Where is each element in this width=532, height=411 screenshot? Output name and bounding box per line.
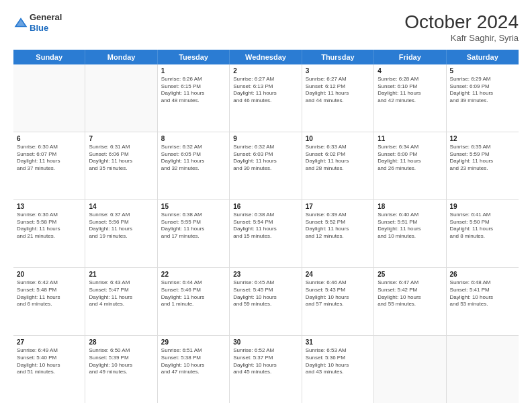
cell-line: Sunset: 5:56 PM (89, 219, 153, 226)
cell-line: Daylight: 11 hours (450, 90, 515, 97)
calendar-cell: 1Sunrise: 6:26 AMSunset: 6:15 PMDaylight… (158, 64, 230, 132)
calendar-row-3: 20Sunrise: 6:42 AMSunset: 5:48 PMDayligh… (13, 268, 519, 336)
cell-line: Daylight: 11 hours (161, 226, 226, 233)
day-number: 11 (378, 135, 442, 142)
day-number: 15 (161, 203, 226, 210)
cell-line: Sunrise: 6:38 AM (233, 212, 298, 219)
cell-line: Sunset: 5:36 PM (306, 355, 370, 362)
logo-blue: Blue (30, 23, 62, 34)
day-number: 10 (306, 135, 370, 142)
calendar-cell: 12Sunrise: 6:35 AMSunset: 5:59 PMDayligh… (447, 132, 519, 199)
day-number: 25 (378, 271, 442, 278)
day-number: 5 (450, 67, 515, 75)
logo-icon (13, 15, 28, 30)
cell-line: Daylight: 11 hours (161, 158, 226, 165)
cell-line: Sunset: 6:02 PM (306, 151, 370, 158)
cell-line: and 45 minutes. (233, 369, 298, 376)
cell-line: Sunrise: 6:46 AM (306, 279, 370, 287)
cell-line: Daylight: 11 hours (378, 158, 442, 165)
calendar-cell: 27Sunrise: 6:49 AMSunset: 5:40 PMDayligh… (13, 336, 85, 403)
cell-line: Daylight: 11 hours (450, 226, 515, 233)
cell-line: Sunset: 5:55 PM (161, 219, 226, 226)
day-number: 26 (450, 271, 515, 278)
day-number: 6 (17, 135, 81, 142)
calendar-cell: 6Sunrise: 6:30 AMSunset: 6:07 PMDaylight… (13, 132, 85, 199)
cell-line: and 4 minutes. (89, 301, 153, 308)
day-number: 3 (306, 67, 370, 75)
month-year: October 2024 (404, 12, 519, 33)
cell-line: and 43 minutes. (306, 369, 370, 376)
cell-line: Sunset: 5:52 PM (306, 219, 370, 226)
day-number: 7 (89, 135, 153, 142)
cell-line: Sunset: 5:48 PM (17, 287, 81, 294)
cell-line: Sunset: 5:50 PM (450, 219, 515, 226)
cell-line: Sunrise: 6:26 AM (161, 76, 226, 83)
calendar-cell: 26Sunrise: 6:48 AMSunset: 5:41 PMDayligh… (447, 268, 519, 335)
day-number: 22 (161, 271, 226, 278)
cell-line: Daylight: 11 hours (233, 158, 298, 165)
cell-line: Sunrise: 6:36 AM (17, 212, 81, 219)
header-cell-thursday: Thursday (302, 50, 374, 64)
cell-line: Daylight: 11 hours (233, 226, 298, 233)
page: General Blue October 2024 Kafr Saghir, S… (0, 0, 532, 411)
cell-line: Sunrise: 6:31 AM (89, 144, 153, 151)
cell-line: Sunset: 5:54 PM (233, 219, 298, 226)
cell-line: and 46 minutes. (233, 97, 298, 105)
cell-line: Daylight: 11 hours (378, 90, 442, 97)
calendar-cell: 11Sunrise: 6:34 AMSunset: 6:00 PMDayligh… (374, 132, 446, 199)
cell-line: Sunrise: 6:34 AM (378, 144, 442, 151)
cell-line: and 44 minutes. (306, 97, 370, 105)
calendar-cell: 16Sunrise: 6:38 AMSunset: 5:54 PMDayligh… (230, 200, 302, 267)
calendar-cell: 15Sunrise: 6:38 AMSunset: 5:55 PMDayligh… (158, 200, 230, 267)
day-number: 12 (450, 135, 515, 142)
cell-line: Daylight: 11 hours (161, 90, 226, 97)
cell-line: Daylight: 10 hours (450, 294, 515, 302)
title-block: October 2024 Kafr Saghir, Syria (404, 12, 519, 43)
cell-line: Daylight: 10 hours (306, 362, 370, 369)
cell-line: and 49 minutes. (89, 369, 153, 376)
cell-line: and 19 minutes. (89, 233, 153, 240)
cell-line: and 53 minutes. (450, 301, 515, 308)
day-number: 29 (161, 338, 226, 346)
cell-line: Sunset: 5:41 PM (450, 287, 515, 294)
cell-line: and 59 minutes. (233, 301, 298, 308)
cell-line: Sunrise: 6:33 AM (306, 144, 370, 151)
cell-line: Daylight: 11 hours (378, 226, 442, 233)
calendar-row-0: 1Sunrise: 6:26 AMSunset: 6:15 PMDaylight… (13, 64, 519, 132)
cell-line: Sunset: 5:46 PM (161, 287, 226, 294)
cell-line: Sunset: 6:15 PM (161, 83, 226, 91)
day-number: 18 (378, 203, 442, 210)
calendar-cell (374, 336, 446, 403)
calendar-cell: 31Sunrise: 6:53 AMSunset: 5:36 PMDayligh… (302, 336, 374, 403)
cell-line: Sunrise: 6:29 AM (450, 76, 515, 83)
cell-line: and 6 minutes. (17, 301, 81, 308)
calendar-cell: 21Sunrise: 6:43 AMSunset: 5:47 PMDayligh… (85, 268, 157, 335)
cell-line: and 48 minutes. (161, 97, 226, 105)
cell-line: Sunset: 5:59 PM (450, 151, 515, 158)
day-number: 4 (378, 67, 442, 75)
day-number: 9 (233, 135, 298, 142)
cell-line: and 30 minutes. (233, 165, 298, 173)
cell-line: Sunset: 5:38 PM (161, 355, 226, 362)
calendar-cell: 2Sunrise: 6:27 AMSunset: 6:13 PMDaylight… (230, 64, 302, 132)
cell-line: Daylight: 11 hours (233, 90, 298, 97)
cell-line: Sunrise: 6:38 AM (161, 212, 226, 219)
cell-line: Sunrise: 6:52 AM (233, 347, 298, 355)
cell-line: Daylight: 10 hours (233, 294, 298, 302)
calendar-cell: 18Sunrise: 6:40 AMSunset: 5:51 PMDayligh… (374, 200, 446, 267)
cell-line: Sunrise: 6:51 AM (161, 347, 226, 355)
cell-line: and 37 minutes. (17, 165, 81, 173)
logo: General Blue (13, 12, 62, 33)
cell-line: and 15 minutes. (233, 233, 298, 240)
cell-line: and 28 minutes. (306, 165, 370, 173)
calendar-cell: 30Sunrise: 6:52 AMSunset: 5:37 PMDayligh… (230, 336, 302, 403)
cell-line: Sunset: 5:40 PM (17, 355, 81, 362)
cell-line: Sunrise: 6:43 AM (89, 279, 153, 287)
cell-line: Daylight: 11 hours (89, 158, 153, 165)
cell-line: Sunrise: 6:48 AM (450, 279, 515, 287)
cell-line: and 1 minute. (161, 301, 226, 308)
header-cell-tuesday: Tuesday (158, 50, 230, 64)
cell-line: Daylight: 11 hours (161, 294, 226, 302)
cell-line: and 17 minutes. (161, 233, 226, 240)
calendar-cell: 25Sunrise: 6:47 AMSunset: 5:42 PMDayligh… (374, 268, 446, 335)
